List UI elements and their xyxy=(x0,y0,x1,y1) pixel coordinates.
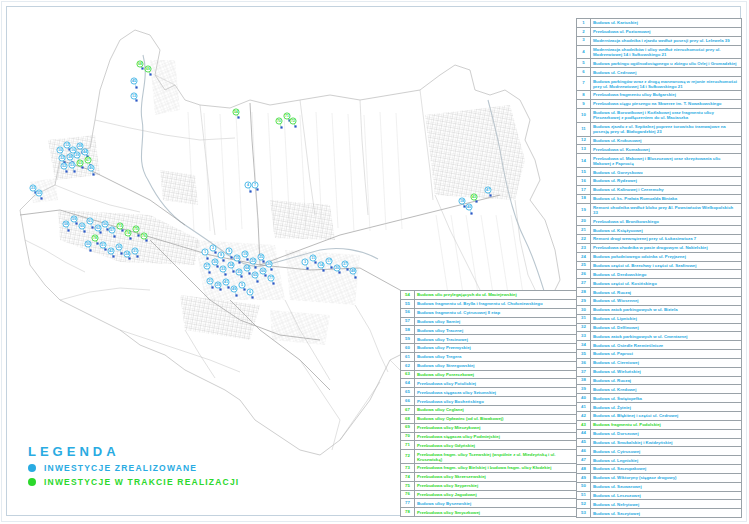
site-square-icon xyxy=(96,242,98,244)
investment-row: 13Przebudowa ul. Kumakowej xyxy=(577,145,742,154)
site-square-icon xyxy=(238,261,240,263)
svg-text:57: 57 xyxy=(110,228,114,232)
investment-row: 54Budowa ulic przylegających do ul. Maci… xyxy=(401,291,577,300)
investment-label: Przebudowa ulicy Szyperskiej xyxy=(415,482,577,490)
svg-text:1: 1 xyxy=(204,250,206,254)
investment-label: Budowa ul. Smukalskiej i Kwidzyńskiej xyxy=(591,439,742,447)
investment-label: Budowa ul. Szczytowej xyxy=(591,509,742,517)
svg-text:71: 71 xyxy=(285,114,289,118)
investment-label: Budowa fragmentu ul. Podolskiej xyxy=(591,421,742,429)
investment-row: 17Budowa ul. Kalinowej i Czeremchy xyxy=(577,186,742,195)
investment-row: 3Modernizacja chodnika i zjazdu wzdłuż p… xyxy=(577,37,742,46)
investment-row: 45Budowa ul. Smukalskiej i Kwidzyńskiej xyxy=(577,439,742,448)
investment-label: Przebudowa ulicy Skrzeszewskiej xyxy=(415,473,577,481)
investment-row: 40Budowa ul. Świętopełka xyxy=(577,394,742,403)
svg-text:21: 21 xyxy=(208,279,212,283)
investment-row: 32Budowa ul. Delfinowej xyxy=(577,324,742,333)
investment-label: Przebudowa ul. Poziomowej xyxy=(591,28,742,36)
svg-text:18: 18 xyxy=(460,199,464,203)
site-square-icon xyxy=(135,86,137,88)
svg-text:5: 5 xyxy=(241,283,243,287)
investment-label: Przebudowa ulicy Jagodowej xyxy=(415,491,577,499)
svg-text:55: 55 xyxy=(37,191,41,195)
investment-number: 2 xyxy=(577,28,591,36)
svg-text:27: 27 xyxy=(205,264,209,268)
investment-number: 72 xyxy=(401,450,415,463)
site-square-icon xyxy=(137,234,139,236)
svg-text:22: 22 xyxy=(251,259,255,263)
investment-label: Budowa ulicy Byszewskiej xyxy=(415,499,577,507)
svg-text:28: 28 xyxy=(78,144,82,148)
investment-number: 64 xyxy=(401,379,415,387)
site-square-icon xyxy=(262,260,264,262)
investment-row: 37Budowa ul. Wieluńskiej xyxy=(577,368,742,377)
site-square-icon xyxy=(91,226,93,228)
site-square-icon xyxy=(99,231,101,233)
investment-number: 60 xyxy=(401,344,415,352)
svg-text:12: 12 xyxy=(65,143,69,147)
investment-number: 43 xyxy=(577,421,591,429)
investment-number: 57 xyxy=(401,318,415,326)
legend-title: LEGENDA xyxy=(28,444,239,459)
investment-row: 22Remont drogi wewnętrznej przy ul. Łuka… xyxy=(577,235,742,244)
investment-number: 10 xyxy=(577,109,591,122)
site-square-icon xyxy=(248,272,250,274)
legend-item-in-progress: INWESTYCJE W TRAKCIE REALIZACJI xyxy=(28,477,239,487)
investment-row: 7Budowa parkingów wraz z drogą manewrową… xyxy=(577,77,742,91)
investment-row: 29Budowa ul. Wiosennej xyxy=(577,297,742,306)
investment-number: 45 xyxy=(577,439,591,447)
site-square-icon xyxy=(206,257,208,259)
investment-number: 46 xyxy=(577,447,591,455)
site-square-icon xyxy=(40,197,42,199)
svg-text:39: 39 xyxy=(75,153,79,157)
svg-text:66: 66 xyxy=(261,269,265,273)
map-marker: 45 xyxy=(131,78,138,89)
investment-label: Budowa ulicy Tracznej xyxy=(415,326,577,334)
investment-label: Przebudowa ulicy Mieczykowej xyxy=(415,424,577,432)
svg-text:61: 61 xyxy=(88,219,92,223)
svg-text:35: 35 xyxy=(237,270,241,274)
svg-text:24: 24 xyxy=(125,252,129,256)
svg-text:52: 52 xyxy=(62,164,66,168)
investment-row: 78Przebudowa ulicy Smyczkowej xyxy=(401,508,577,517)
investment-label: Budowa części ul. Kosińskiego xyxy=(591,279,742,287)
investment-row: 58Budowa ulicy Tracznej xyxy=(401,326,577,335)
svg-text:49: 49 xyxy=(232,287,236,291)
investment-row: 56Budowa fragmentu ul. Cytrusowej II eta… xyxy=(401,309,577,318)
investment-label: Budowa ul. Cedrowej xyxy=(591,68,742,76)
investment-row: 8Przebudowa fragmentu ulicy Bułgarskiej xyxy=(577,91,742,100)
svg-text:34: 34 xyxy=(229,263,233,267)
investment-number: 3 xyxy=(577,37,591,45)
investment-row: 10Budowa ul. Borowikowej i Koźlakowej or… xyxy=(577,109,742,123)
investment-row: 50Budowa ul. Szuwarowej xyxy=(577,483,742,492)
investment-row: 34Budowa ul. Osiedle Rzemieślnicze xyxy=(577,341,742,350)
investment-row: 60Budowa ulicy Przemyskiej xyxy=(401,344,577,353)
svg-text:23: 23 xyxy=(31,186,35,190)
investment-label: Budowa ul. Ruczaj xyxy=(591,377,742,385)
svg-text:65: 65 xyxy=(253,273,257,277)
map-marker: 18 xyxy=(459,198,466,208)
investment-number: 50 xyxy=(577,483,591,491)
investment-number: 18 xyxy=(577,195,591,203)
site-square-icon xyxy=(224,273,226,275)
svg-text:54: 54 xyxy=(234,110,238,114)
investment-label: Budowa ulicy Strzegowskiej xyxy=(415,362,577,370)
svg-text:59: 59 xyxy=(72,217,76,221)
investment-number: 20 xyxy=(577,217,591,225)
svg-text:25: 25 xyxy=(259,255,263,259)
investment-label: Budowa ul. Cytrusowej xyxy=(591,447,742,455)
site-square-icon xyxy=(106,228,108,230)
site-square-icon xyxy=(208,271,210,273)
investment-row: 12Budowa ul. Krokusowej xyxy=(577,137,742,146)
investment-row: 68Budowa ulicy Opławiec (od ul. Biwakowe… xyxy=(401,415,577,424)
investment-number: 51 xyxy=(577,492,591,500)
investment-label: Przebudowa ulicy Gdyńskiej xyxy=(415,441,577,449)
investment-number: 38 xyxy=(577,377,591,385)
investment-number: 12 xyxy=(577,137,591,145)
investment-number: 24 xyxy=(577,253,591,261)
site-square-icon xyxy=(322,269,324,271)
site-square-icon xyxy=(81,166,83,168)
investment-number: 56 xyxy=(401,309,415,317)
map-marker: 70 xyxy=(276,118,283,129)
map-marker: 40 xyxy=(466,204,473,215)
